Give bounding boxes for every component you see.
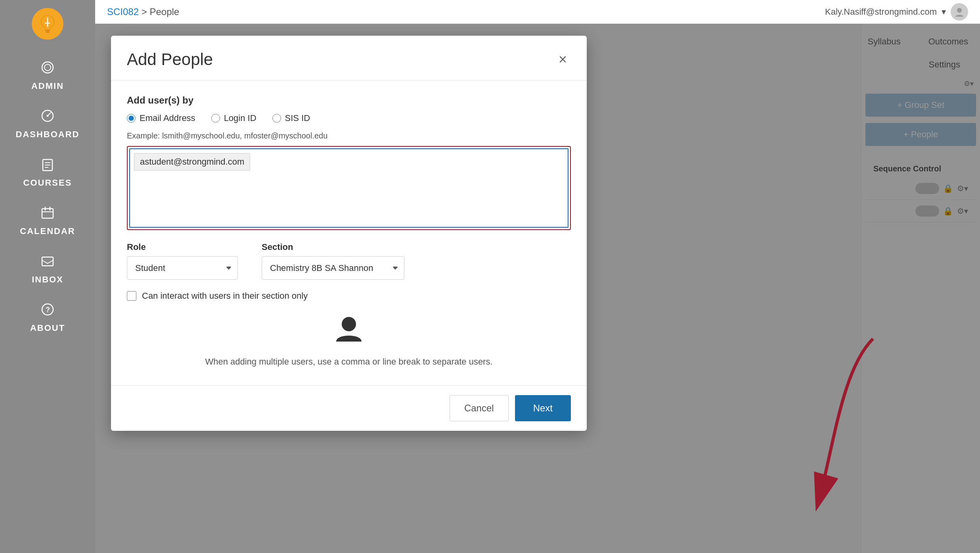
- dashboard-icon: [40, 109, 55, 126]
- user-email-display: Kaly.Nasiff@strongmind.com: [825, 7, 937, 17]
- inbox-icon: [40, 254, 55, 271]
- dialog-title: Add People: [127, 50, 213, 69]
- breadcrumb: SCI082 > People: [107, 6, 179, 17]
- sidebar-item-about-label: ABOUT: [30, 323, 65, 333]
- dialog-header: Add People ×: [111, 36, 587, 81]
- dialog-body: Add user(s) by Email Address Login ID: [111, 81, 587, 385]
- next-button[interactable]: Next: [515, 395, 571, 421]
- user-icon: [333, 313, 365, 351]
- svg-point-5: [44, 64, 51, 71]
- section-only-checkbox[interactable]: [127, 291, 136, 301]
- svg-point-4: [42, 62, 53, 73]
- content-wrapper: Syllabus Outcomes Settings Add People × …: [95, 24, 980, 553]
- sidebar-item-inbox-label: INBOX: [32, 275, 63, 285]
- sidebar-item-courses[interactable]: COURSES: [0, 148, 95, 197]
- sidebar-item-dashboard-label: DASHBOARD: [16, 129, 80, 140]
- user-icon-area: When adding multiple users, use a comma …: [127, 313, 571, 367]
- add-by-radio-group: Email Address Login ID SIS ID: [127, 113, 571, 123]
- radio-login-input[interactable]: [211, 114, 220, 123]
- dialog-footer: Cancel Next: [111, 385, 587, 431]
- section-label: Section: [262, 242, 404, 252]
- checkbox-label: Can interact with users in their section…: [142, 291, 308, 301]
- email-chip: astudent@strongmind.com: [134, 153, 250, 171]
- checkbox-row: Can interact with users in their section…: [127, 291, 571, 301]
- email-input-container: astudent@strongmind.com: [127, 146, 571, 230]
- svg-point-7: [47, 115, 49, 117]
- sidebar-item-calendar[interactable]: CALENDAR: [0, 197, 95, 245]
- dialog-overlay: Add People × Add user(s) by Email Addres…: [95, 24, 980, 553]
- radio-sis-input[interactable]: [272, 114, 281, 123]
- radio-email-option[interactable]: Email Address: [127, 113, 195, 123]
- cancel-button[interactable]: Cancel: [450, 395, 509, 421]
- user-info-area: Kaly.Nasiff@strongmind.com ▾: [825, 3, 968, 21]
- radio-email-input[interactable]: [127, 114, 136, 123]
- dropdowns-row: Role Student Teacher TA Observer Designe…: [127, 242, 571, 280]
- sidebar-item-dashboard[interactable]: DASHBOARD: [0, 100, 95, 148]
- role-select[interactable]: Student Teacher TA Observer Designer: [127, 256, 238, 280]
- user-avatar: [951, 3, 968, 21]
- svg-point-20: [342, 317, 356, 331]
- admin-icon: [40, 60, 55, 78]
- radio-email-label: Email Address: [140, 113, 195, 123]
- app-logo: [32, 8, 63, 40]
- sidebar-item-admin-label: ADMIN: [31, 81, 64, 91]
- role-label: Role: [127, 242, 238, 252]
- about-icon: ?: [40, 302, 55, 320]
- svg-rect-12: [42, 209, 53, 218]
- section-group: Section Chemistry 8B SA Shannon Section …: [262, 242, 404, 280]
- svg-text:?: ?: [46, 306, 51, 314]
- top-header: SCI082 > People Kaly.Nasiff@strongmind.c…: [95, 0, 980, 24]
- user-dropdown-icon[interactable]: ▾: [942, 7, 946, 17]
- section-select[interactable]: Chemistry 8B SA Shannon Section 2 Sectio…: [262, 256, 404, 280]
- info-text: When adding multiple users, use a comma …: [205, 357, 492, 367]
- radio-sis-label: SIS ID: [285, 113, 310, 123]
- radio-sis-option[interactable]: SIS ID: [272, 113, 310, 123]
- breadcrumb-page: People: [149, 6, 179, 17]
- close-button[interactable]: ×: [555, 51, 571, 68]
- radio-login-option[interactable]: Login ID: [211, 113, 256, 123]
- radio-login-label: Login ID: [224, 113, 256, 123]
- svg-point-19: [957, 8, 962, 13]
- sidebar-nav: ADMIN DASHBOARD COURSES CALENDAR INBOX: [0, 52, 95, 342]
- example-text: Example: lsmith@myschool.edu, mfoster@my…: [127, 131, 571, 140]
- main-content: SCI082 > People Kaly.Nasiff@strongmind.c…: [95, 0, 980, 553]
- sidebar-item-admin[interactable]: ADMIN: [0, 52, 95, 100]
- sidebar-item-calendar-label: CALENDAR: [20, 226, 75, 236]
- breadcrumb-course[interactable]: SCI082: [107, 6, 139, 17]
- role-group: Role Student Teacher TA Observer Designe…: [127, 242, 238, 280]
- breadcrumb-separator: >: [142, 6, 150, 17]
- email-input-area[interactable]: astudent@strongmind.com: [129, 148, 568, 228]
- sidebar-item-courses-label: COURSES: [23, 178, 72, 188]
- calendar-icon: [40, 205, 55, 223]
- add-people-dialog: Add People × Add user(s) by Email Addres…: [111, 36, 587, 431]
- sidebar: ADMIN DASHBOARD COURSES CALENDAR INBOX: [0, 0, 95, 553]
- sidebar-item-inbox[interactable]: INBOX: [0, 245, 95, 294]
- courses-icon: [40, 157, 55, 175]
- sidebar-item-about[interactable]: ? ABOUT: [0, 294, 95, 342]
- add-by-label: Add user(s) by: [127, 95, 571, 106]
